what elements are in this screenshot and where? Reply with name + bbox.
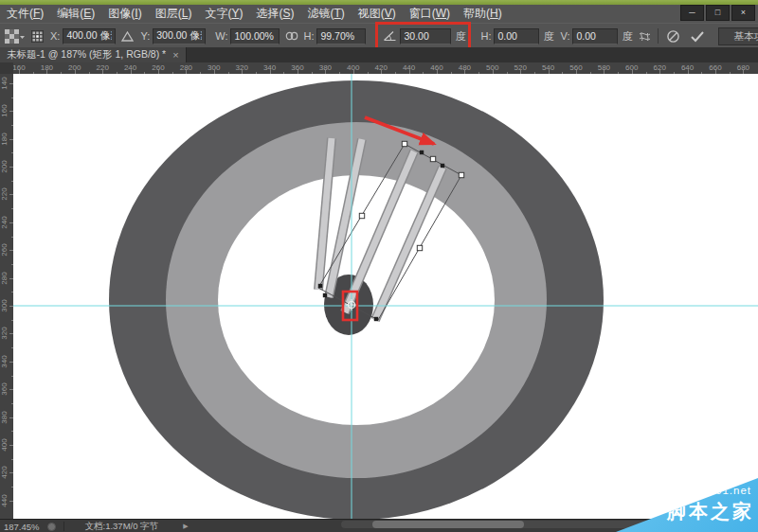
- tab-close-icon[interactable]: ×: [172, 49, 178, 61]
- anchor-point-4: [323, 293, 327, 297]
- menu-item-8[interactable]: 视图(V): [352, 6, 403, 22]
- workspace-switcher-button[interactable]: 基本功能: [718, 27, 758, 45]
- warp-mode-icon[interactable]: [638, 30, 652, 43]
- menu-bar: 文件(F)编辑(E)图像(I)图层(L)文字(Y)选择(S)滤镜(T)视图(V)…: [0, 5, 758, 23]
- status-menu-arrow-icon[interactable]: ▶: [183, 523, 188, 530]
- menu-item-2[interactable]: 编辑(E): [50, 6, 101, 22]
- y-label: Y:: [140, 30, 150, 42]
- transform-handle-2[interactable]: [459, 172, 463, 177]
- status-orb-icon: [47, 523, 56, 531]
- x-label: X:: [50, 30, 60, 42]
- ruler-label-v-140: 140: [0, 74, 9, 95]
- ruler-label-v-440: 440: [0, 489, 9, 512]
- options-bar: X: Y: W: H: 度 H: 度 V: 度: [0, 23, 758, 49]
- v-skew-label: V:: [560, 30, 569, 42]
- document-tab[interactable]: 未标题-1 @ 187% (矩形 1, RGB/8) * ×: [0, 47, 187, 62]
- link-dimensions-icon[interactable]: [285, 31, 298, 41]
- transform-action-icons: [632, 28, 705, 44]
- v-skew-field[interactable]: [572, 28, 618, 44]
- width-field[interactable]: [230, 28, 280, 44]
- ruler-label-v-220: 220: [0, 183, 9, 205]
- document-size-info: 文档:1.37M/0 字节: [85, 521, 159, 532]
- horizontal-scrollbar-thumb[interactable]: [372, 521, 524, 528]
- ruler-label-v-300: 300: [0, 294, 9, 317]
- ruler-label-v-240: 240: [0, 211, 9, 234]
- y-position-field[interactable]: [153, 28, 206, 44]
- v-skew-unit-label: 度: [622, 29, 632, 44]
- zoom-level-field[interactable]: 187.45%: [4, 522, 40, 532]
- rotation-angle-group: 度: [381, 28, 467, 44]
- ruler-label-v-420: 420: [0, 461, 9, 484]
- h-skew-label: H:: [480, 30, 491, 42]
- maximize-button[interactable]: □: [706, 5, 730, 21]
- transform-handle-3[interactable]: [430, 156, 435, 161]
- ruler-label-v-200: 200: [0, 155, 9, 178]
- menu-item-9[interactable]: 窗口(W): [403, 6, 457, 22]
- rotation-angle-field[interactable]: [400, 28, 451, 44]
- reference-point-locator-icon[interactable]: [31, 30, 44, 43]
- transform-handle-5[interactable]: [417, 245, 422, 250]
- h-label: H:: [303, 30, 314, 42]
- menu-items: 文件(F)编辑(E)图像(I)图层(L)文字(Y)选择(S)滤镜(T)视图(V)…: [0, 6, 509, 22]
- ruler-label-v-260: 260: [0, 239, 9, 261]
- x-position-field[interactable]: [63, 28, 116, 44]
- ruler-label-v-160: 160: [0, 99, 9, 122]
- ruler-label-v-280: 280: [0, 267, 9, 290]
- close-button[interactable]: ×: [731, 5, 755, 21]
- canvas-scene: [13, 74, 758, 519]
- window-controls: ─ □ ×: [680, 5, 755, 21]
- tool-preset-icon[interactable]: [5, 29, 26, 44]
- relative-position-delta-icon[interactable]: [121, 31, 134, 42]
- h-skew-unit-label: 度: [543, 29, 553, 44]
- ruler-label-v-360: 360: [0, 378, 9, 400]
- anchor-point-1: [420, 151, 424, 154]
- transform-handle-4[interactable]: [359, 213, 364, 218]
- h-skew-field[interactable]: [494, 28, 539, 44]
- menu-item-3[interactable]: 图像(I): [101, 6, 148, 22]
- divider: [63, 522, 64, 531]
- transform-handle-1[interactable]: [402, 141, 406, 146]
- menu-item-5[interactable]: 文字(Y): [198, 6, 249, 22]
- document-tab-title: 未标题-1 @ 187% (矩形 1, RGB/8) *: [7, 48, 166, 62]
- document-canvas[interactable]: [13, 74, 758, 519]
- ruler-label-v-380: 380: [0, 406, 9, 429]
- ruler-label-v-400: 400: [0, 434, 9, 456]
- w-label: W:: [215, 30, 227, 42]
- cancel-transform-icon[interactable]: [666, 29, 680, 44]
- height-field[interactable]: [316, 28, 366, 44]
- menu-item-4[interactable]: 图层(L): [149, 6, 199, 22]
- rotate-angle-icon: [383, 30, 397, 42]
- anchor-point-5: [374, 317, 378, 321]
- menu-item-7[interactable]: 滤镜(T): [300, 6, 351, 22]
- ruler-label-v-340: 340: [0, 350, 9, 373]
- minimize-button[interactable]: ─: [680, 5, 704, 21]
- menu-item-6[interactable]: 选择(S): [249, 6, 300, 22]
- anchor-point-3: [318, 284, 322, 288]
- vertical-ruler[interactable]: 1401601802002202402602803003203403603804…: [0, 74, 14, 519]
- document-tab-bar: 未标题-1 @ 187% (矩形 1, RGB/8) * ×: [0, 47, 758, 63]
- divider: [658, 28, 659, 44]
- ruler-label-v-320: 320: [0, 322, 9, 345]
- menu-item-10[interactable]: 帮助(H): [457, 6, 509, 22]
- angle-unit-label: 度: [455, 29, 465, 44]
- menu-item-1[interactable]: 文件(F): [0, 6, 50, 22]
- commit-transform-icon[interactable]: [690, 30, 705, 43]
- anchor-point-2: [441, 164, 444, 168]
- ruler-label-v-180: 180: [0, 128, 9, 151]
